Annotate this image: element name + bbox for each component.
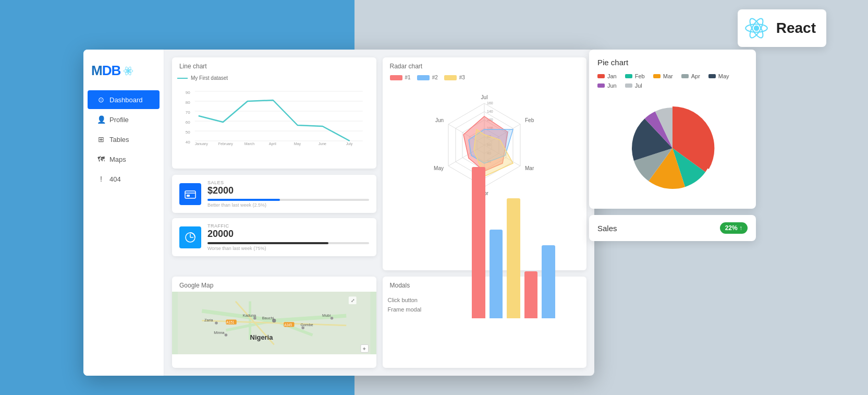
stat-card-sales: SALES $2000 Better than last week (2.5%) (172, 175, 376, 213)
stat-icon-traffic (179, 226, 201, 248)
map-svg: Zaria Kaduna Bauchi Gombe Mubi Minna Nig… (172, 292, 376, 354)
line-chart-card: Line chart My First dataset 40 50 60 70 … (172, 57, 376, 169)
svg-text:Jun: Jun (435, 117, 444, 123)
nav-label-404: 404 (109, 175, 121, 183)
stat-progress-bar-sales (207, 199, 280, 201)
map-container: Zaria Kaduna Bauchi Gombe Mubi Minna Nig… (172, 292, 376, 354)
svg-text:80: 80 (186, 100, 190, 105)
svg-text:A345: A345 (284, 322, 292, 326)
radar-legend-2-label: #2 (432, 75, 438, 80)
stat-value-sales: $2000 (207, 185, 369, 196)
pie-legend-jan: Jan (597, 73, 617, 79)
pie-legend-apr-color (681, 74, 689, 78)
line-chart-area: 40 50 60 70 80 90 (172, 83, 376, 151)
svg-rect-29 (187, 195, 190, 197)
nav-label-maps: Maps (109, 155, 126, 163)
svg-text:January: January (195, 142, 208, 146)
bar-chart-overlay (472, 120, 555, 324)
svg-text:Gombe: Gombe (301, 322, 313, 327)
pie-legend-may: May (708, 73, 729, 79)
stat-desc-sales: Better than last week (2.5%) (207, 202, 369, 208)
svg-text:Minna: Minna (214, 330, 225, 335)
pie-svg-container (597, 96, 748, 200)
pie-legend-jul-label: Jul (635, 82, 642, 89)
stat-progress-sales (207, 199, 369, 201)
traffic-icon (185, 232, 196, 243)
stats-section: SALES $2000 Better than last week (2.5%) (172, 175, 376, 270)
stat-label-sales: SALES (207, 180, 369, 185)
pie-legend-jul-color (625, 83, 632, 88)
radar-legend-3-color (444, 75, 457, 80)
svg-text:Nigeria: Nigeria (250, 333, 274, 341)
bar-3 (507, 198, 520, 318)
sales-card: Sales 22% ↑ (589, 215, 756, 241)
tables-icon: ⊞ (97, 135, 105, 143)
react-icon (743, 15, 770, 42)
react-label: React (776, 20, 816, 37)
nav-item-dashboard[interactable]: ⊙ Dashboard (88, 90, 160, 109)
svg-text:May: May (434, 165, 444, 171)
stat-desc-traffic: Worse than last week (75%) (207, 246, 369, 251)
svg-text:July: July (346, 142, 353, 146)
svg-text:50: 50 (186, 130, 190, 135)
svg-text:Bauchi: Bauchi (262, 315, 274, 320)
stat-icon-sales (179, 183, 201, 205)
radar-legend-3-label: #3 (459, 75, 465, 80)
pie-legend-jun-label: Jun (607, 82, 617, 89)
bar-5 (542, 245, 555, 318)
pie-legend-jun-color (597, 83, 605, 88)
pie-legend-apr-label: Apr (691, 73, 700, 79)
svg-point-0 (754, 26, 759, 31)
radar-legend-1-color (390, 75, 402, 80)
pie-chart-card: Pie chart Jan Feb Mar Apr May (589, 50, 756, 209)
sidebar-logo: MDB (83, 60, 164, 89)
svg-text:60: 60 (186, 120, 190, 125)
pie-legend-apr: Apr (681, 73, 700, 79)
radar-legend-2: #2 (417, 75, 438, 80)
radar-legend-2-color (417, 75, 430, 80)
radar-legend: #1 #2 #3 (383, 73, 587, 82)
pie-legend-jan-color (597, 74, 605, 78)
stat-progress-bar-traffic (207, 242, 328, 244)
stat-info-sales: SALES $2000 Better than last week (2.5%) (207, 180, 369, 208)
svg-point-4 (127, 69, 129, 71)
nav-item-profile[interactable]: 👤 Profile (88, 110, 160, 129)
logo-react-icon (123, 65, 134, 77)
svg-text:140: 140 (487, 110, 493, 113)
bar-4 (524, 271, 538, 318)
pie-chart-title: Pie chart (597, 58, 748, 67)
stat-value-traffic: 20000 (207, 229, 369, 240)
stat-info-traffic: TRAFFIC 20000 Worse than last week (75%) (207, 223, 369, 251)
sales-label: Sales (597, 224, 617, 233)
pie-chart-legend: Jan Feb Mar Apr May Jun (597, 73, 748, 89)
legend-line-indicator (177, 78, 188, 79)
svg-point-74 (225, 333, 228, 337)
pie-legend-mar-color (653, 74, 661, 78)
bar-2 (490, 230, 503, 318)
svg-text:70: 70 (186, 110, 190, 115)
svg-text:⤢: ⤢ (351, 298, 355, 303)
radar-chart-title: Radar chart (383, 57, 587, 73)
svg-text:Zaria: Zaria (204, 318, 214, 322)
sales-icon (185, 189, 196, 199)
pie-legend-feb: Feb (625, 73, 645, 79)
nav-label-dashboard: Dashboard (109, 96, 143, 104)
pie-legend-mar-label: Mar (663, 73, 673, 79)
stat-progress-traffic (207, 242, 369, 244)
react-badge: React (738, 9, 826, 47)
svg-point-69 (215, 321, 218, 325)
sales-badge: 22% ↑ (720, 222, 748, 234)
radar-legend-3: #3 (444, 75, 465, 80)
svg-text:March: March (244, 142, 255, 146)
nav-item-tables[interactable]: ⊞ Tables (88, 130, 160, 149)
legend-label: My First dataset (191, 75, 228, 81)
nav-label-profile: Profile (109, 116, 129, 124)
map-card-title: Google Map (172, 277, 376, 292)
svg-text:+: + (363, 345, 366, 351)
svg-text:February: February (218, 142, 234, 146)
nav-item-404[interactable]: ! 404 (88, 170, 160, 188)
svg-text:Jul: Jul (481, 94, 488, 100)
svg-text:Kaduna: Kaduna (243, 313, 256, 318)
pie-legend-may-color (708, 74, 716, 78)
nav-item-maps[interactable]: 🗺 Maps (88, 150, 160, 169)
